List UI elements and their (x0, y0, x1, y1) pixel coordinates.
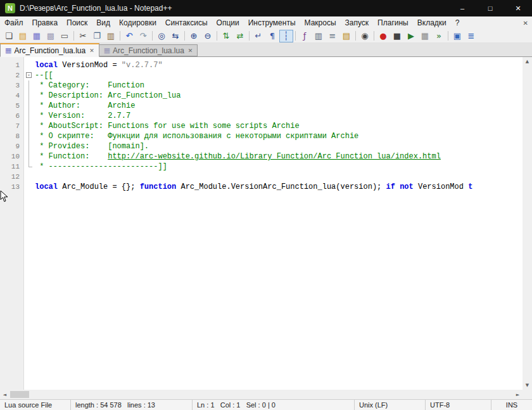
maximize-button[interactable]: □ (476, 0, 504, 16)
redo-button[interactable]: ↷ (136, 30, 150, 42)
scroll-left-icon[interactable]: ◄ (0, 392, 10, 397)
notepadpp-logo-icon: N (5, 3, 15, 13)
line-number[interactable]: 11 (0, 162, 24, 172)
macro-run-multiple-icon: » (436, 32, 441, 40)
line-number[interactable]: 5 (0, 101, 24, 111)
fold-margin (24, 131, 34, 141)
macro-stop-button[interactable]: ■ (390, 30, 404, 42)
menu-window[interactable]: Вкладки (413, 16, 451, 29)
tab-arc-function-lua-inactive[interactable]: ▦ Arc_Function_lua.lua ✕ (99, 44, 198, 56)
menu-file[interactable]: Файл (0, 16, 28, 29)
copy-icon: ❐ (93, 32, 101, 40)
minimize-button[interactable]: – (448, 0, 476, 16)
macro-save-button[interactable]: ▦ (418, 30, 432, 42)
replace-button[interactable]: ⇆ (168, 30, 182, 42)
code-line-1: 1local VersionMod = "v.2.7.7" (0, 60, 522, 70)
fold-margin (24, 60, 34, 70)
scroll-right-icon[interactable]: ► (513, 392, 522, 397)
macro-record-button[interactable]: ● (376, 30, 390, 42)
save-all-button[interactable]: ▩ (44, 30, 58, 42)
sync-vertical-scrolling-button[interactable]: ⇅ (219, 30, 233, 42)
vertical-scrollbar[interactable]: ▲ ▼ (522, 57, 532, 390)
paste-icon: ▥ (107, 32, 115, 40)
tab-close-icon[interactable]: ✕ (89, 48, 94, 54)
plugin-document-switcher-button[interactable]: ▣ (450, 30, 464, 42)
find-button[interactable]: ◎ (155, 30, 168, 42)
zoom-out-button[interactable]: ⊖ (201, 30, 215, 42)
status-insert-mode[interactable]: INS (491, 400, 532, 410)
menu-macro[interactable]: Макросы (300, 16, 341, 29)
code-line-7: 7 * AboutScript: Functions for use with … (0, 121, 522, 131)
document-map-button[interactable]: ▥ (312, 30, 326, 42)
line-number[interactable]: 2 (0, 70, 24, 80)
menu-view[interactable]: Вид (92, 16, 115, 29)
toolbar-separator (249, 31, 250, 41)
sync-vertical-scrolling-icon: ⇅ (223, 32, 230, 40)
fold-margin (24, 141, 34, 151)
line-number[interactable]: 13 (0, 182, 24, 192)
word-wrap-button[interactable]: ↵ (251, 30, 265, 42)
document-list-button[interactable]: ≡ (326, 30, 339, 42)
scroll-down-icon[interactable]: ▼ (526, 383, 529, 388)
plugin-panel-button[interactable]: ≣ (464, 30, 478, 42)
code-text: * Description: Arc_Function_lua (34, 91, 180, 101)
close-button[interactable]: ✕ (504, 0, 532, 16)
function-list-button[interactable]: ƒ (298, 30, 312, 42)
horizontal-scroll-thumb[interactable] (10, 391, 29, 398)
line-number[interactable]: 1 (0, 60, 24, 70)
line-number[interactable]: 9 (0, 141, 24, 151)
show-indent-guide-button[interactable]: ┆ (279, 30, 293, 42)
line-number[interactable]: 4 (0, 91, 24, 101)
line-number[interactable]: 12 (0, 172, 24, 182)
new-file-button[interactable]: ❏ (2, 30, 16, 42)
menu-tools[interactable]: Инструменты (244, 16, 300, 29)
menu-plugins[interactable]: Плагины (373, 16, 413, 29)
copy-button[interactable]: ❐ (90, 30, 104, 42)
line-number[interactable]: 7 (0, 121, 24, 131)
undo-icon: ↶ (126, 32, 133, 40)
macro-stop-icon: ■ (393, 32, 401, 40)
open-file-button[interactable]: ▤ (16, 30, 30, 42)
line-number[interactable]: 10 (0, 151, 24, 162)
fold-collapse-icon[interactable]: - (24, 70, 34, 80)
scroll-up-icon[interactable]: ▲ (526, 59, 529, 64)
save-file-button[interactable]: ▦ (30, 30, 44, 42)
toolbar-separator (448, 31, 448, 41)
print-button[interactable]: ▭ (58, 30, 72, 42)
code-editor[interactable]: 1local VersionMod = "v.2.7.7"2---[[3 * C… (0, 57, 522, 390)
menu-language[interactable]: Синтаксисы (161, 16, 212, 29)
fold-margin (24, 80, 34, 91)
code-text (34, 172, 35, 182)
code-line-13: 13local Arc_Module = {}; function Arc_Mo… (0, 182, 522, 192)
menu-edit[interactable]: Правка (28, 16, 63, 29)
fold-margin (24, 182, 34, 192)
horizontal-scrollbar[interactable]: ◄ ► (0, 390, 522, 399)
status-encoding[interactable]: UTF-8 (426, 400, 491, 410)
menubar-close-icon[interactable]: ✕ (523, 20, 528, 27)
menu-run[interactable]: Запуск (341, 16, 374, 29)
paste-button[interactable]: ▥ (104, 30, 118, 42)
sync-horizontal-scrolling-button[interactable]: ⇄ (233, 30, 247, 42)
monitoring-button[interactable]: ◉ (358, 30, 372, 42)
undo-button[interactable]: ↶ (122, 30, 136, 42)
cut-button[interactable]: ✂ (76, 30, 90, 42)
show-all-characters-button[interactable]: ¶ (265, 30, 279, 42)
code-text: * Version: 2.7.7 (34, 111, 130, 121)
menu-search[interactable]: Поиск (62, 16, 92, 29)
tab-close-icon[interactable]: ✕ (188, 48, 193, 54)
code-line-10: 10 * Function: http://arc-website.github… (0, 151, 522, 162)
menu-encoding[interactable]: Кодировки (115, 16, 161, 29)
save-all-icon: ▩ (47, 32, 54, 40)
status-eol-format[interactable]: Unix (LF) (355, 400, 426, 410)
zoom-in-button[interactable]: ⊕ (187, 30, 201, 42)
menu-help[interactable]: ? (451, 16, 464, 29)
menu-settings[interactable]: Опции (212, 16, 244, 29)
tab-arc-function-lua-active[interactable]: ▦ Arc_Function_lua.lua ✕ (0, 43, 99, 57)
macro-play-button[interactable]: ▶ (404, 30, 418, 42)
line-number[interactable]: 8 (0, 131, 24, 141)
macro-run-multiple-button[interactable]: » (432, 30, 446, 42)
code-line-2: 2---[[ (0, 70, 522, 80)
folder-as-workspace-button[interactable]: ▤ (339, 30, 353, 42)
line-number[interactable]: 6 (0, 111, 24, 121)
line-number[interactable]: 3 (0, 80, 24, 91)
